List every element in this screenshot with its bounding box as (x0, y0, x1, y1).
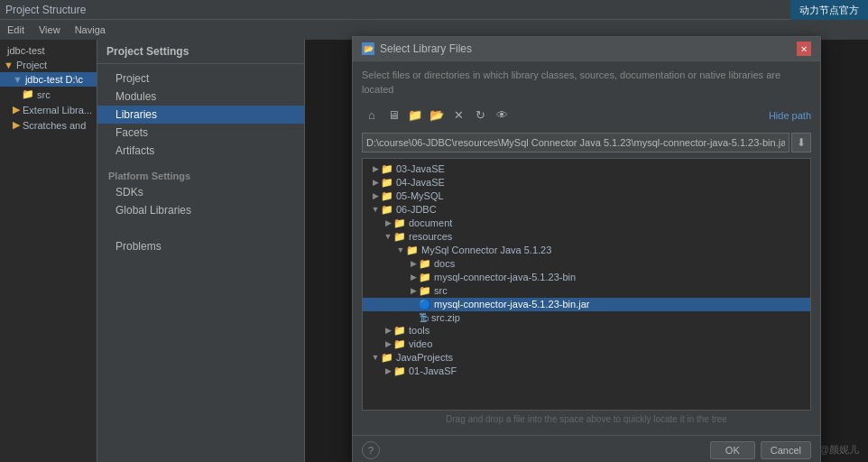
dialog-body: Select files or directories in which lib… (353, 61, 820, 435)
ft-docs[interactable]: ▶ 📁 docs (363, 257, 810, 271)
ft-src-zip[interactable]: 🗜 src.zip (363, 311, 810, 324)
ps-settings-section: Project Modules Libraries Facets Artifac… (97, 64, 304, 165)
sidebar-item-project[interactable]: ▼ Project (0, 58, 97, 72)
menu-navigate[interactable]: Naviga (71, 23, 109, 37)
folder-icon-src: 📁 (419, 285, 431, 297)
ft-04-javase[interactable]: ▶ 📁 04-JavaSE (363, 176, 810, 189)
zip-icon: 🗜 (419, 312, 429, 323)
folder-icon-04: 📁 (381, 177, 393, 189)
module-icon: ▼ (13, 74, 23, 85)
jar-icon: 🔵 (419, 299, 431, 310)
ps-item-artifacts[interactable]: Artifacts (97, 142, 304, 160)
menu-edit[interactable]: Edit (4, 23, 28, 37)
dialog-title-bar: 📂 Select Library Files ✕ (353, 37, 820, 61)
new-folder-button[interactable]: 📂 (427, 106, 447, 125)
expand-arrow: ▶ (383, 339, 393, 348)
ps-header: Project Settings (97, 40, 304, 64)
ft-src[interactable]: ▶ 📁 src (363, 284, 810, 298)
ft-mysql-jar[interactable]: 🔵 mysql-connector-java-5.1.23-bin.jar (363, 298, 810, 311)
main-layout: jdbc-test ▼ Project ▼ jdbc-test D:\c 📁 s… (0, 40, 868, 462)
folder-icon-03: 📁 (381, 163, 393, 175)
menu-view[interactable]: View (35, 23, 64, 37)
folder-icon-bin: 📁 (419, 272, 431, 283)
extlib-icon: ▶ (13, 104, 20, 116)
ft-03-javase[interactable]: ▶ 📁 03-JavaSE (363, 162, 810, 176)
ft-01-javasf[interactable]: ▶ 📁 01-JavaSF (363, 365, 810, 378)
ft-java-projects[interactable]: ▼ 📁 JavaProjects (363, 351, 810, 365)
ps-item-global-libs[interactable]: Global Libraries (97, 201, 304, 219)
expand-arrow: ▶ (408, 286, 419, 295)
help-button[interactable]: ? (362, 441, 380, 459)
folder-icon-tools: 📁 (393, 325, 406, 337)
path-navigate-button[interactable]: ⬇ (791, 133, 811, 152)
sidebar-item-scratches[interactable]: ▶ Scratches and (0, 117, 97, 133)
sidebar-item-src[interactable]: 📁 src (0, 87, 97, 102)
project-folder-icon: ▼ (4, 60, 14, 70)
expand-arrow: ▶ (370, 164, 381, 173)
dialog-description: Select files or directories in which lib… (362, 69, 811, 97)
window-title: Project Structure (5, 4, 86, 16)
show-hidden-button[interactable]: 👁 (492, 106, 512, 125)
expand-arrow: ▶ (383, 366, 393, 375)
ft-resources[interactable]: ▼ 📁 resources (363, 230, 810, 244)
project-header[interactable]: jdbc-test (0, 43, 97, 58)
home-button[interactable]: ⌂ (362, 106, 382, 125)
ps-item-project[interactable]: Project (97, 69, 304, 88)
folder-icon-06: 📁 (381, 204, 393, 216)
expand-arrow: ▶ (370, 178, 381, 187)
expand-arrow: ▶ (383, 218, 393, 227)
ps-item-facets[interactable]: Facets (97, 124, 304, 142)
ps-item-problems[interactable]: Problems (97, 237, 304, 255)
ps-item-modules[interactable]: Modules (97, 88, 304, 106)
file-tree[interactable]: ▶ 📁 03-JavaSE ▶ 📁 04-JavaSE ▶ 📁 0 (362, 158, 811, 411)
select-library-dialog: 📂 Select Library Files ✕ Select files or… (352, 36, 821, 462)
folder-icon-docs: 📁 (419, 258, 431, 270)
folder-icon-doc: 📁 (393, 217, 406, 229)
ps-item-sdks[interactable]: SDKs (97, 183, 304, 201)
ft-video[interactable]: ▶ 📁 video (363, 337, 810, 351)
folder-icon-01: 📁 (393, 365, 406, 377)
expand-arrow: ▶ (370, 191, 381, 200)
ft-mysql-connector[interactable]: ▼ 📁 MySql Connector Java 5.1.23 (363, 244, 810, 257)
dialog-title-text: Select Library Files (380, 42, 797, 55)
folder-icon-res: 📁 (393, 231, 406, 243)
path-bar: ⬇ (362, 133, 811, 152)
scratches-icon: ▶ (13, 119, 20, 131)
dialog-toolbar: ⌂ 🖥 📁 📂 ✕ ↻ 👁 Hide path (362, 104, 811, 127)
hide-path-button[interactable]: Hide path (769, 110, 811, 121)
sidebar-item-external-libs[interactable]: ▶ External Libra... (0, 102, 97, 117)
dialog-title-icon: 📂 (362, 42, 374, 55)
expand-arrow: ▼ (383, 232, 393, 241)
brand-label: 动力节点官方 (790, 0, 868, 20)
expand-arrow: ▶ (408, 273, 419, 282)
main-content: 📂 Select Library Files ✕ Select files or… (305, 40, 868, 462)
delete-button[interactable]: ✕ (448, 106, 468, 125)
dialog-close-button[interactable]: ✕ (797, 42, 811, 56)
ft-document[interactable]: ▶ 📁 document (363, 217, 810, 230)
desktop-button[interactable]: 🖥 (383, 106, 403, 125)
platform-settings-header: Platform Settings (97, 169, 304, 183)
left-sidebar: jdbc-test ▼ Project ▼ jdbc-test D:\c 📁 s… (0, 40, 97, 462)
dialog-footer: ? OK Cancel (353, 435, 820, 462)
ft-05-mysql[interactable]: ▶ 📁 05-MySQL (363, 189, 810, 203)
ft-06-jdbc[interactable]: ▼ 📁 06-JDBC (363, 203, 810, 217)
ok-button[interactable]: OK (710, 441, 755, 459)
folder-icon-mysql: 📁 (406, 245, 419, 256)
folder-icon-jp: 📁 (381, 352, 393, 364)
expand-arrow: ▼ (395, 245, 406, 254)
expand-arrow: ▼ (370, 353, 381, 362)
ps-platform-section: Platform Settings SDKs Global Libraries (97, 169, 304, 219)
drag-drop-hint: Drag and drop a file into the space abov… (362, 411, 811, 428)
folder-button[interactable]: 📁 (405, 106, 425, 125)
ft-tools[interactable]: ▶ 📁 tools (363, 324, 810, 337)
expand-arrow-06: ▼ (370, 205, 381, 214)
sidebar-item-jdbc-test[interactable]: ▼ jdbc-test D:\c (0, 72, 97, 87)
ft-mysql-bin-folder[interactable]: ▶ 📁 mysql-connector-java-5.1.23-bin (363, 271, 810, 284)
expand-arrow: ▶ (383, 326, 393, 335)
cancel-button[interactable]: Cancel (761, 441, 811, 459)
refresh-button[interactable]: ↻ (470, 106, 490, 125)
expand-arrow: ▶ (408, 259, 419, 268)
path-input[interactable] (362, 133, 790, 152)
ps-item-libraries[interactable]: Libraries (97, 106, 304, 124)
folder-icon-05: 📁 (381, 190, 393, 202)
